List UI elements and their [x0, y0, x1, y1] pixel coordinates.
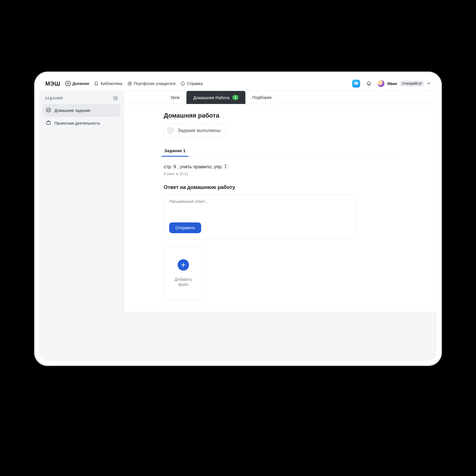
tab-homework-badge: 1: [232, 95, 239, 100]
svg-point-7: [356, 83, 357, 84]
nav-portfolio[interactable]: Портфолио учащегося: [128, 81, 176, 86]
nav-library[interactable]: Библиотека: [94, 81, 122, 86]
tasks-done-label: Задания выполнены: [178, 128, 221, 133]
tab-collections-label: Подборки: [252, 95, 271, 100]
check-circle-icon: [46, 107, 51, 113]
tab-homework[interactable]: Домашняя Работа 1: [186, 91, 245, 104]
nav-portfolio-label: Портфолио учащегося: [134, 81, 176, 86]
bookmark-icon: [94, 81, 99, 86]
svg-point-6: [356, 83, 356, 84]
briefcase-icon: [46, 120, 51, 126]
content-panel: Домашняя работа Задания выполнены Задани…: [124, 104, 437, 312]
task-subtabs: Задание 1: [164, 145, 397, 157]
answer-textarea[interactable]: Письменный ответ...: [169, 199, 350, 220]
nav-diary[interactable]: 5 Дневник: [65, 81, 89, 86]
sidebar-heading: ЗАДАНИЯ: [45, 96, 63, 100]
homework-text: стр. 9 , учить правило, упр. 7.: [164, 164, 397, 169]
answer-card: Письменный ответ... Отправить: [164, 194, 356, 239]
main-area: Урок Домашняя Работа 1 Подборки Домашняя…: [124, 91, 437, 361]
sidebar: ЗАДАНИЯ Домашние задания: [39, 91, 124, 361]
svg-rect-9: [46, 122, 50, 124]
plus-circle-icon: [178, 259, 189, 271]
top-navbar: МЭШ 5 Дневник Библиотека: [39, 76, 437, 91]
svg-point-5: [355, 83, 356, 84]
nav-library-label: Библиотека: [101, 81, 122, 86]
homework-block: стр. 9 , учить правило, упр. 7. 5 сент. …: [164, 157, 397, 176]
subtab-task-1[interactable]: Задание 1: [164, 145, 186, 156]
diamond-icon: [180, 81, 185, 86]
add-file-card[interactable]: Добавить файл: [164, 246, 203, 300]
star-outline-icon: [128, 81, 132, 86]
user-menu[interactable]: Иван УЧАЩИЙСЯ: [378, 80, 431, 87]
page-title: Домашняя работа: [164, 112, 397, 119]
answer-section-title: Ответ на домашнюю работу: [164, 184, 397, 190]
homework-timestamp: 5 сент. в 10:11: [164, 172, 397, 176]
nav-help-label: Справка: [187, 81, 203, 86]
sidebar-item-homework[interactable]: Домашние задания: [42, 104, 120, 117]
chevron-down-icon: [427, 81, 431, 86]
submit-button-label: Отправить: [175, 226, 195, 230]
nav-diary-label: Дневник: [73, 81, 89, 86]
tab-collections[interactable]: Подборки: [245, 91, 278, 104]
tab-lesson[interactable]: Урок: [164, 91, 186, 104]
svg-text:5: 5: [67, 82, 69, 85]
chat-app-icon[interactable]: [352, 80, 360, 88]
primary-tabs: Урок Домашняя Работа 1 Подборки: [124, 91, 437, 104]
sidebar-item-projects[interactable]: Проектная деятельность: [42, 117, 120, 129]
nav-help[interactable]: Справка: [180, 81, 203, 86]
app-screen: МЭШ 5 Дневник Библиотека: [39, 76, 437, 361]
sidebar-collapse-icon[interactable]: [112, 96, 118, 101]
avatar: [378, 80, 384, 87]
toggle-knob: [167, 127, 174, 134]
tab-lesson-label: Урок: [171, 95, 180, 100]
tasks-done-toggle[interactable]: Задания выполнены: [164, 124, 226, 137]
tab-homework-label: Домашняя Работа: [193, 95, 230, 100]
submit-button[interactable]: Отправить: [169, 222, 201, 233]
brand-logo: МЭШ: [45, 80, 60, 87]
diary-badge-icon: 5: [65, 81, 71, 86]
notifications-bell-icon[interactable]: [365, 80, 373, 87]
sidebar-heading-row: ЗАДАНИЯ: [42, 95, 120, 104]
app-body: ЗАДАНИЯ Домашние задания: [39, 91, 437, 361]
svg-point-2: [128, 82, 131, 85]
user-role-chip: УЧАЩИЙСЯ: [400, 81, 424, 86]
sidebar-item-label: Проектная деятельность: [54, 121, 100, 126]
svg-rect-3: [181, 82, 185, 86]
sidebar-item-label: Домашние задания: [54, 108, 90, 113]
add-file-label: Добавить файл: [175, 277, 192, 287]
user-name: Иван: [387, 81, 397, 86]
device-frame: МЭШ 5 Дневник Библиотека: [34, 71, 442, 366]
subtab-label: Задание 1: [164, 148, 186, 153]
